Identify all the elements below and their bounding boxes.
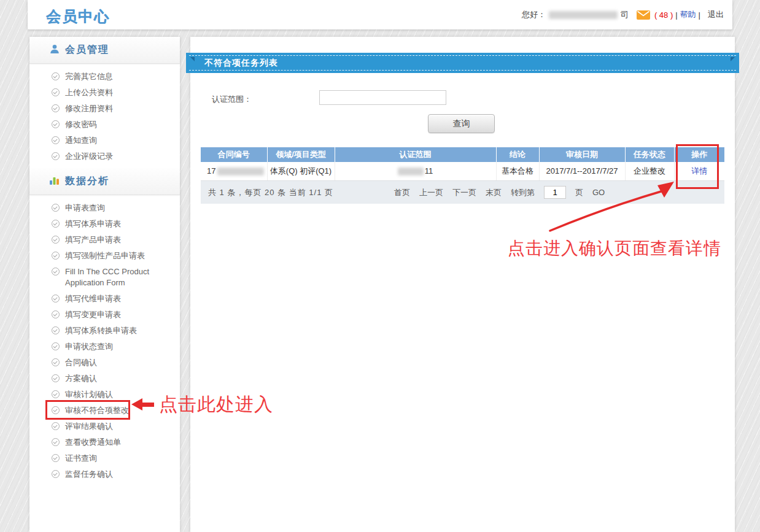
sidebar-item-daiwei-application[interactable]: 填写代维申请表 xyxy=(29,291,180,307)
user-icon xyxy=(49,44,60,57)
ribbon-fold-right xyxy=(731,57,735,61)
go-button[interactable]: GO xyxy=(592,188,605,197)
query-button[interactable]: 查询 xyxy=(428,114,495,133)
circle-check-icon xyxy=(52,422,60,430)
contract-prefix: 17 xyxy=(207,166,215,175)
sidebar-item-upload-public-docs[interactable]: 上传公共资料 xyxy=(29,85,180,101)
sidebar-item-label: 通知查询 xyxy=(65,135,97,146)
circle-check-icon xyxy=(52,438,60,446)
sidebar-item-audit-plan-confirm[interactable]: 审核计划确认 xyxy=(29,387,180,403)
detail-link[interactable]: 详情 xyxy=(691,166,707,175)
sidebar-item-compulsory-product-application[interactable]: 填写强制性产品申请表 xyxy=(29,248,180,264)
circle-check-icon xyxy=(52,204,60,212)
ribbon-fold-left xyxy=(190,57,195,61)
circle-check-icon xyxy=(52,390,60,398)
cell-task-status: 企业整改 xyxy=(625,162,674,180)
pagination-summary: 共 1 条，每页 20 条 当前 1/1 页 xyxy=(208,187,333,198)
sidebar-item-label: 监督任务确认 xyxy=(65,469,113,480)
sidebar-section-member-management: 会员管理 xyxy=(29,37,180,64)
sidebar-item-contract-confirm[interactable]: 合同确认 xyxy=(29,355,180,371)
sidebar-item-application-query[interactable]: 申请表查询 xyxy=(29,200,180,216)
sidebar-item-label: 填写体系转换申请表 xyxy=(65,325,137,336)
sidebar-item-fee-notice[interactable]: 查看收费通知单 xyxy=(29,434,180,450)
sidebar-item-supervision-task-confirm[interactable]: 监督任务确认 xyxy=(29,466,180,482)
goto-label: 转到第 xyxy=(511,187,535,198)
logout-link[interactable]: 退出 xyxy=(708,9,724,20)
message-count-badge[interactable]: ( 48 ) xyxy=(654,10,673,20)
circle-check-icon xyxy=(52,310,60,318)
contract-redacted xyxy=(217,168,264,175)
sidebar-item-label: 修改密码 xyxy=(65,119,97,130)
sidebar-item-label: 填写代维申请表 xyxy=(65,293,121,304)
circle-check-icon xyxy=(52,295,60,303)
sidebar-item-label: 填写体系申请表 xyxy=(65,218,121,229)
panel-title-ribbon: 不符合项任务列表 xyxy=(186,53,739,73)
col-conclusion: 结论 xyxy=(496,147,539,162)
sidebar-item-change-password[interactable]: 修改密码 xyxy=(29,117,180,133)
divider: | xyxy=(675,10,677,20)
sidebar-item-label: 合同确认 xyxy=(65,357,97,368)
company-name-redacted xyxy=(549,11,618,19)
main-panel: 不符合项任务列表 认证范围： 查询 合同编号 领域/项目类型 认证范围 结论 审… xyxy=(190,37,735,532)
scope-input[interactable] xyxy=(319,90,446,105)
sidebar-item-modify-registration[interactable]: 修改注册资料 xyxy=(29,101,180,117)
scope-field-label: 认证范围： xyxy=(212,94,252,105)
sidebar-item-plan-confirm[interactable]: 方案确认 xyxy=(29,371,180,387)
circle-check-icon xyxy=(52,252,60,260)
task-table: 合同编号 领域/项目类型 认证范围 结论 审核日期 任务状态 操作 17 体系(… xyxy=(201,147,724,181)
sidebar-item-review-result-confirm[interactable]: 评审结果确认 xyxy=(29,418,180,434)
sidebar-item-notice-query[interactable]: 通知查询 xyxy=(29,133,180,148)
sidebar-item-system-application[interactable]: 填写体系申请表 xyxy=(29,216,180,232)
table-row: 17 体系(Q) 初评(Q1) 11 基本合格 2017/7/1--2017/7… xyxy=(201,162,724,180)
sidebar-item-label: 上传公共资料 xyxy=(65,87,113,98)
divider: | xyxy=(699,10,700,20)
cell-cert-scope: 11 xyxy=(335,162,496,180)
last-page-link[interactable]: 末页 xyxy=(486,187,502,198)
circle-check-icon xyxy=(52,88,60,96)
sidebar-item-label: 方案确认 xyxy=(65,373,97,384)
first-page-link[interactable]: 首页 xyxy=(394,187,410,198)
sidebar-item-label: Fill In The CCC Product Application Form xyxy=(65,266,173,288)
pagination-bar: 共 1 条，每页 20 条 当前 1/1 页 首页 上一页 下一页 末页 转到第… xyxy=(201,181,724,204)
table-header-row: 合同编号 领域/项目类型 认证范围 结论 审核日期 任务状态 操作 xyxy=(201,147,724,162)
sidebar-item-label: 申请表查询 xyxy=(65,202,105,214)
sidebar-item-label: 申请状态查询 xyxy=(65,341,113,352)
mail-envelope-icon[interactable] xyxy=(637,10,650,20)
circle-check-icon xyxy=(52,268,60,276)
sidebar-item-ccc-product-application[interactable]: Fill In The CCC Product Application Form xyxy=(29,264,180,291)
sidebar-item-label: 填写变更申请表 xyxy=(65,309,121,320)
sidebar-item-change-application[interactable]: 填写变更申请表 xyxy=(29,307,180,323)
annotation-text: 点击进入确认页面查看详情 xyxy=(508,237,721,260)
prev-page-link[interactable]: 上一页 xyxy=(419,187,443,198)
col-task-status: 任务状态 xyxy=(625,147,674,162)
scope-suffix: 11 xyxy=(425,166,433,175)
data-analysis-list: 申请表查询 填写体系申请表 填写产品申请表 填写强制性产品申请表 Fill In… xyxy=(29,195,180,486)
sidebar-item-complete-other-info[interactable]: 完善其它信息 xyxy=(29,69,180,85)
cell-audit-date: 2017/7/1--2017/7/27 xyxy=(539,162,625,180)
sidebar-item-label: 填写强制性产品申请表 xyxy=(65,250,145,261)
sidebar-item-product-application[interactable]: 填写产品申请表 xyxy=(29,232,180,248)
bar-chart-icon xyxy=(49,175,60,188)
user-area: 您好： 司 ( 48 ) | 帮助 | 退出 xyxy=(522,0,724,29)
next-page-link[interactable]: 下一页 xyxy=(452,187,476,198)
circle-check-icon xyxy=(52,72,60,80)
sidebar-item-label: 审核不符合项整改 xyxy=(65,405,129,416)
circle-check-icon xyxy=(52,236,60,244)
sidebar-section-title: 数据分析 xyxy=(65,175,109,188)
cell-conclusion: 基本合格 xyxy=(496,162,539,180)
page-number-input[interactable] xyxy=(544,186,566,199)
sidebar-item-certificate-query[interactable]: 证书查询 xyxy=(29,450,180,466)
sidebar-item-application-status-query[interactable]: 申请状态查询 xyxy=(29,339,180,355)
circle-check-icon xyxy=(52,120,60,128)
circle-check-icon xyxy=(52,374,60,382)
sidebar-item-system-transfer-application[interactable]: 填写体系转换申请表 xyxy=(29,323,180,339)
left-arrow-shaft xyxy=(142,403,154,407)
pagination-nav: 首页 上一页 下一页 末页 转到第 页 GO xyxy=(394,186,605,199)
help-link[interactable]: 帮助 xyxy=(680,9,696,20)
col-audit-date: 审核日期 xyxy=(539,147,625,162)
sidebar-item-nonconformity-rectification[interactable]: 审核不符合项整改 点击此处进入 xyxy=(29,403,180,418)
cell-action: 详情 xyxy=(674,162,724,180)
circle-check-icon xyxy=(52,136,60,144)
sidebar-section-data-analysis: 数据分析 xyxy=(29,168,180,195)
sidebar-item-enterprise-rating[interactable]: 企业评级记录 xyxy=(29,148,180,164)
